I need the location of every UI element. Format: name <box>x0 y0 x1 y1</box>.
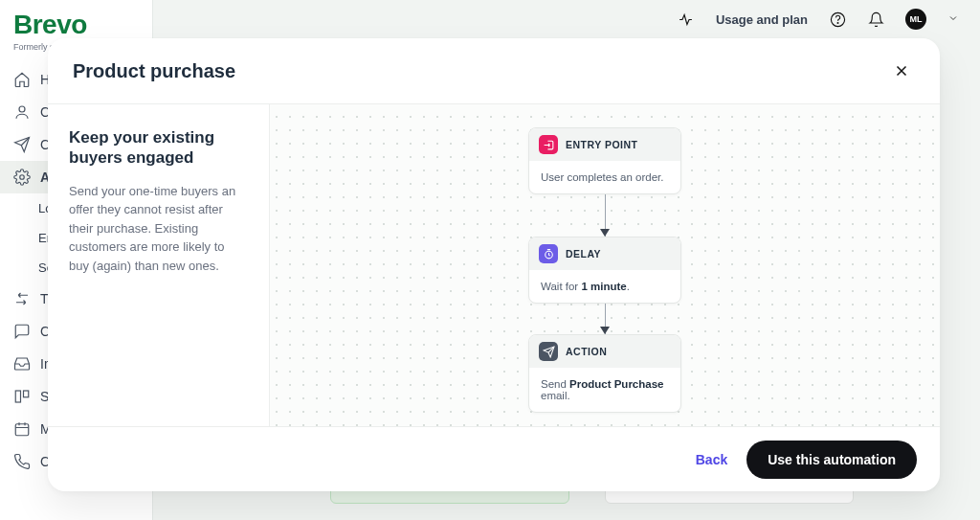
modal-body: Keep your existing buyers engaged Send y… <box>48 104 940 426</box>
info-body: Send your one-time buyers an offer they … <box>69 182 248 276</box>
delay-icon <box>539 244 558 263</box>
flow-node-header: DELAY <box>529 237 680 270</box>
help-icon[interactable] <box>829 11 846 28</box>
chevron-down-icon[interactable] <box>947 12 959 27</box>
phone-icon <box>13 453 31 470</box>
brand-logo: Brevo <box>13 10 139 40</box>
send-icon <box>13 136 31 153</box>
use-automation-button[interactable]: Use this automation <box>746 441 917 479</box>
svg-rect-2 <box>15 391 20 402</box>
bell-icon[interactable] <box>867 11 884 28</box>
calendar-icon <box>13 420 31 438</box>
flow-node-delay[interactable]: DELAY Wait for 1 minute. <box>528 237 681 304</box>
svg-rect-3 <box>24 391 29 397</box>
close-icon <box>893 62 910 79</box>
flow-node-action[interactable]: ACTION Send Product Purchase email. <box>528 334 681 413</box>
action-body-suffix: email. <box>541 390 570 401</box>
flow-node-body: Send Product Purchase email. <box>529 368 680 412</box>
action-icon <box>539 342 558 361</box>
layout-icon <box>13 388 31 405</box>
delay-body-prefix: Wait for <box>541 281 581 292</box>
info-panel: Keep your existing buyers engaged Send y… <box>48 104 270 426</box>
flow-arrow <box>605 194 606 237</box>
flow-canvas[interactable]: ENTRY POINT User completes an order. DEL… <box>270 104 940 426</box>
flow-node-label: ENTRY POINT <box>566 139 638 150</box>
flow-node-body: User completes an order. <box>529 161 680 193</box>
delay-body-suffix: . <box>627 281 630 292</box>
chat-icon <box>13 323 31 340</box>
flow-node-label: DELAY <box>566 248 601 260</box>
flow-node-header: ACTION <box>529 335 680 368</box>
usage-and-plan-link[interactable]: Usage and plan <box>716 12 808 27</box>
svg-point-6 <box>837 22 838 23</box>
flow-node-header: ENTRY POINT <box>529 128 680 161</box>
svg-point-1 <box>20 175 25 180</box>
info-heading: Keep your existing buyers engaged <box>69 127 248 169</box>
home-icon <box>13 71 31 88</box>
topbar: Usage and plan ML <box>657 0 980 38</box>
modal-footer: Back Use this automation <box>48 426 940 491</box>
action-body-bold: Product Purchase <box>569 378 663 390</box>
transfer-icon <box>13 290 31 307</box>
flow-node-label: ACTION <box>566 346 607 357</box>
flow-arrow <box>605 304 606 334</box>
modal-title: Product purchase <box>73 60 235 82</box>
inbox-icon <box>13 355 31 373</box>
flow-diagram: ENTRY POINT User completes an order. DEL… <box>528 127 681 413</box>
activity-icon <box>678 11 695 28</box>
automation-template-modal: Product purchase Keep your existing buye… <box>48 38 940 491</box>
svg-point-0 <box>19 106 25 112</box>
avatar[interactable]: ML <box>905 9 926 30</box>
gear-icon <box>13 169 31 186</box>
entry-icon <box>539 135 558 154</box>
flow-node-entry[interactable]: ENTRY POINT User completes an order. <box>528 127 681 194</box>
modal-header: Product purchase <box>48 38 940 104</box>
flow-node-body: Wait for 1 minute. <box>529 270 680 303</box>
user-icon <box>13 103 31 121</box>
close-button[interactable] <box>888 57 915 84</box>
delay-body-bold: 1 minute <box>581 281 626 292</box>
action-body-prefix: Send <box>541 378 569 390</box>
back-button[interactable]: Back <box>696 452 727 467</box>
svg-rect-4 <box>15 424 29 436</box>
